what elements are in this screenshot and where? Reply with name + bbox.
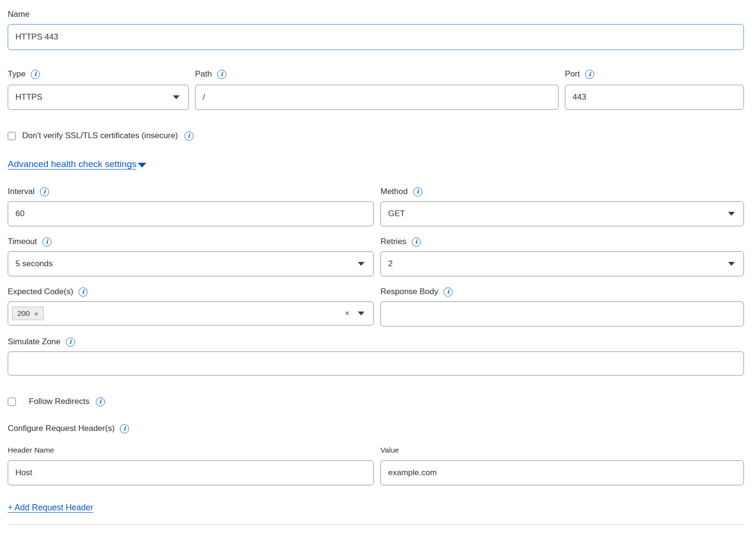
method-select[interactable]: GET <box>380 201 744 226</box>
retries-info-icon[interactable]: i <box>412 237 421 247</box>
type-label: Type <box>8 69 26 79</box>
simulate-zone-label: Simulate Zone <box>8 337 61 347</box>
header-value-input[interactable] <box>380 460 744 485</box>
type-path-port-labels: Type i Path i Port i <box>8 69 744 79</box>
timeout-retries-inputs: 5 seconds 2 <box>8 251 744 276</box>
request-headers-section-label-row: Configure Request Header(s) i <box>8 424 744 433</box>
add-request-header-link[interactable]: + Add Request Header <box>8 503 93 513</box>
timeout-label: Timeout <box>8 237 37 247</box>
caret-down-icon <box>728 262 735 266</box>
multiselect-controls: × <box>345 309 365 318</box>
simulate-zone-label-row: Simulate Zone i <box>8 337 744 347</box>
interval-label: Interval <box>8 187 35 196</box>
ssl-verify-checkbox[interactable] <box>8 132 16 140</box>
expected-code-tag-value: 200 <box>17 309 30 318</box>
interval-method-labels: Interval i Method i <box>8 187 744 196</box>
advanced-settings-link-label: Advanced health check settings <box>8 159 136 169</box>
timeout-info-icon[interactable]: i <box>42 237 52 247</box>
path-label-row: Path i <box>195 69 559 79</box>
method-label: Method <box>380 187 408 196</box>
response-body-input[interactable] <box>380 301 744 326</box>
request-headers-section-label: Configure Request Header(s) <box>8 424 115 433</box>
section-divider <box>8 524 744 525</box>
response-body-info-icon[interactable]: i <box>443 287 453 297</box>
simulate-zone-input[interactable] <box>8 351 744 376</box>
retries-label-row: Retries i <box>380 237 744 247</box>
add-request-header-row: + Add Request Header <box>8 503 744 513</box>
expected-code-tag: 200 × <box>12 307 44 320</box>
request-headers-info-icon[interactable]: i <box>120 424 129 433</box>
port-info-icon[interactable]: i <box>585 70 594 79</box>
clear-selection-button[interactable]: × <box>345 309 350 318</box>
header-row <box>8 460 744 485</box>
follow-redirects-row: Follow Redirects i <box>8 397 744 406</box>
add-request-header-label: + Add Request Header <box>8 503 93 513</box>
type-select[interactable]: HTTPS <box>8 85 189 110</box>
method-label-row: Method i <box>380 187 744 196</box>
timeout-select[interactable]: 5 seconds <box>8 251 374 276</box>
path-label: Path <box>195 69 212 79</box>
port-label-row: Port i <box>565 69 744 79</box>
retries-label: Retries <box>380 237 406 247</box>
simulate-zone-info-icon[interactable]: i <box>66 338 75 347</box>
interval-method-inputs: GET <box>8 201 744 226</box>
interval-label-row: Interval i <box>8 187 374 196</box>
advanced-settings-row: Advanced health check settings <box>8 159 744 169</box>
retries-select[interactable]: 2 <box>380 251 744 276</box>
caret-down-icon[interactable] <box>358 312 365 315</box>
type-info-icon[interactable]: i <box>31 70 40 79</box>
path-info-icon[interactable]: i <box>217 70 226 79</box>
ssl-verify-row: Don't verify SSL/TLS certificates (insec… <box>8 131 744 141</box>
port-label: Port <box>565 69 580 79</box>
name-label-row: Name <box>8 10 744 19</box>
caret-down-icon <box>138 163 146 168</box>
retries-select-value: 2 <box>388 259 392 269</box>
expected-codes-label: Expected Code(s) <box>8 287 73 297</box>
caret-down-icon <box>358 262 365 266</box>
codes-body-inputs: 200 × × <box>8 301 744 326</box>
method-select-value: GET <box>388 209 405 219</box>
response-body-label-row: Response Body i <box>380 287 744 297</box>
interval-input[interactable] <box>8 201 374 226</box>
advanced-settings-link[interactable]: Advanced health check settings <box>8 159 146 169</box>
timeout-label-row: Timeout i <box>8 237 374 247</box>
interval-info-icon[interactable]: i <box>40 187 49 196</box>
name-label: Name <box>8 10 29 19</box>
timeout-retries-labels: Timeout i Retries i <box>8 237 744 247</box>
type-select-value: HTTPS <box>15 92 42 102</box>
method-info-icon[interactable]: i <box>413 187 422 196</box>
follow-redirects-checkbox[interactable] <box>8 398 16 406</box>
ssl-verify-label: Don't verify SSL/TLS certificates (insec… <box>22 131 178 141</box>
caret-down-icon <box>728 212 735 216</box>
ssl-verify-info-icon[interactable]: i <box>184 131 194 141</box>
timeout-select-value: 5 seconds <box>15 259 53 269</box>
header-name-column-label: Header Name <box>8 446 374 455</box>
name-input[interactable] <box>8 24 744 50</box>
response-body-label: Response Body <box>380 287 438 297</box>
header-value-column-label: Value <box>380 446 744 455</box>
follow-redirects-label: Follow Redirects <box>29 397 90 406</box>
type-path-port-inputs: HTTPS <box>8 85 744 110</box>
expected-codes-multiselect[interactable]: 200 × × <box>8 301 374 325</box>
caret-down-icon <box>173 95 180 99</box>
type-label-row: Type i <box>8 69 189 79</box>
header-column-labels: Header Name Value <box>8 446 744 455</box>
follow-redirects-info-icon[interactable]: i <box>96 397 105 406</box>
expected-codes-info-icon[interactable]: i <box>78 287 88 297</box>
health-check-form: Name Type i Path i Port i HTTPS Don't ve… <box>0 0 756 525</box>
port-input[interactable] <box>565 85 744 110</box>
codes-body-labels: Expected Code(s) i Response Body i <box>8 287 744 297</box>
expected-codes-label-row: Expected Code(s) i <box>8 287 374 297</box>
path-input[interactable] <box>195 85 559 110</box>
header-name-input[interactable] <box>8 460 374 485</box>
remove-tag-button[interactable]: × <box>34 310 39 318</box>
